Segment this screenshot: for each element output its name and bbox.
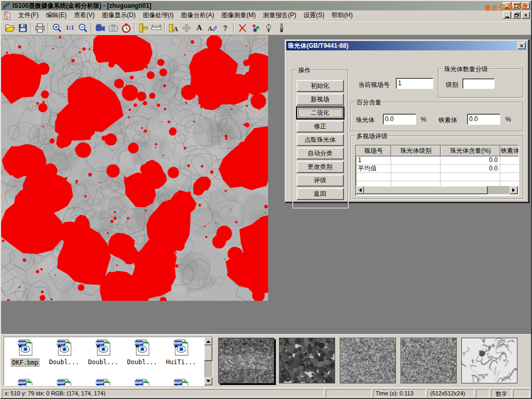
grading-group: 珠光体数量分级 级别 [438,69,523,98]
col-ferrite: 铁素体含量(%) [500,145,519,156]
scroll-left-button[interactable] [356,186,364,194]
file-name: DKF.bmp [11,358,39,367]
open-folder-button[interactable] [3,22,16,34]
table-horizontal-scrollbar[interactable] [356,186,518,194]
ferrite-percent-input[interactable]: 0.0 [467,114,500,125]
menu-measure-report[interactable]: 测量报告(P) [259,10,300,21]
menu-file[interactable]: 文件(F) [15,10,42,21]
annotate-tool-button[interactable]: A [206,22,219,34]
current-field-input[interactable]: 1 [396,78,433,89]
file-item[interactable] [84,378,122,386]
init-button[interactable]: 初始化 [297,80,344,92]
save-button[interactable] [16,22,29,34]
return-button[interactable]: 返回 [297,188,344,200]
measure-text-button[interactable]: A [167,22,180,34]
table-row[interactable]: 1 0.0 [356,156,518,165]
window-close-button[interactable]: × [522,2,530,9]
text-tool-icon: A [196,23,202,32]
capture-camera-button[interactable] [107,22,119,34]
menu-edit[interactable]: 编辑(E) [42,10,70,21]
ruler-small-button[interactable] [150,22,163,34]
thumbnail-3[interactable] [340,338,396,383]
zoom-out-button[interactable] [76,22,89,34]
file-item[interactable] [6,378,44,386]
thumbnail-1[interactable] [218,338,274,383]
file-item[interactable]: DKF.bmp [6,339,44,367]
window-maximize-button[interactable] [512,2,521,9]
video-camera-button[interactable] [94,22,107,34]
menu-settings[interactable]: 设置(S) [300,10,328,21]
child-minimize-button[interactable] [503,11,511,19]
main-window: IS100显微摄像系统(金相分析版) - [zhuguangti01] × 章丘… [0,0,532,399]
save-icon [18,23,28,33]
file-item[interactable]: Doubl... [123,339,161,366]
bmp-file-icon [134,339,151,356]
thumbnail-2[interactable] [279,338,335,383]
move-cross-button[interactable] [180,22,193,34]
zoom-in-button[interactable] [50,22,63,34]
print-button[interactable] [33,22,46,34]
bmp-file-icon [56,378,73,386]
pearlite-percent-input[interactable]: 0.0 [383,114,416,125]
text-tool-button[interactable]: A [193,22,206,34]
menu-view[interactable]: 查看(V) [70,10,98,21]
scrollbar-thumb[interactable] [364,186,488,194]
curve-tool-button[interactable] [236,22,249,34]
operate-group-label: 操作 [297,66,312,75]
dialog-close-icon[interactable]: × [517,42,526,49]
ruler-cross-button[interactable] [137,22,150,34]
new-field-button[interactable]: 新视场 [297,94,344,105]
menu-help[interactable]: 帮助(H) [328,10,356,21]
menu-image-measure[interactable]: 图像测量(M) [218,10,259,21]
toolbar-separator [134,23,135,33]
print-icon [35,23,45,33]
brush-tool-icon [276,23,287,33]
micrograph-image[interactable] [1,35,268,301]
menu-image-process[interactable]: 图像处理(I) [139,10,177,21]
scroll-up-button[interactable] [204,337,212,345]
thumbnail-5[interactable] [461,338,517,383]
ruler-cross-icon [138,23,149,33]
multifield-group-label: 多视场评级 [355,132,389,141]
classify-balls-button[interactable] [249,22,262,34]
file-item[interactable]: Doubl... [84,339,122,366]
binarize-button[interactable]: 二值化 [297,107,344,119]
curve-tool-icon [237,23,248,33]
file-name: Doubl... [49,358,80,366]
zoom-in-icon [52,23,62,33]
file-browser-scrollbar[interactable] [204,337,212,385]
auto-classify-button[interactable]: 自动分类 [297,148,344,159]
image-dimensions-status: (512x512x24) [428,389,474,397]
grade-button[interactable]: 评级 [297,175,344,187]
timer-button[interactable] [119,22,132,34]
menu-image-analysis[interactable]: 图像分析(A) [177,10,218,21]
pick-pearlite-button[interactable]: 点取珠光体 [297,134,344,146]
file-item[interactable] [162,378,200,386]
scrollbar-thumb[interactable] [204,345,212,361]
scroll-down-button[interactable] [204,377,212,385]
file-item[interactable]: HuiTi... [162,339,200,366]
window-minimize-button[interactable] [503,2,511,9]
help-button[interactable]: ? [219,22,232,34]
scroll-right-button[interactable] [510,186,518,194]
svg-text:A: A [174,25,178,33]
file-item[interactable] [45,378,83,386]
file-item[interactable]: Doubl... [45,339,83,366]
thumbnail-4[interactable] [401,338,457,383]
document-icon[interactable] [3,11,11,20]
child-restore-button[interactable] [512,11,521,19]
child-close-button[interactable]: × [522,11,530,19]
brush-tool-button[interactable] [275,22,288,34]
file-item[interactable] [123,378,161,386]
grade-input[interactable] [462,78,495,89]
pen-tool-button[interactable] [262,22,275,34]
table-row[interactable]: 平均值 0.0 [356,165,518,173]
grade-label: 级别 [446,81,458,89]
measure-text-icon: A [168,23,179,33]
multifield-group: 多视场评级 视场号 珠光体级别 珠光体含量(%) 铁素体含量(%) 1 0.0 [350,136,523,199]
change-class-button[interactable]: 更改类别 [297,161,344,173]
file-name: Doubl... [127,358,158,366]
correct-button[interactable]: 修正 [297,121,344,132]
actual-size-button[interactable]: 1:1 [63,22,76,34]
menu-image-display[interactable]: 图像显示(D) [98,10,139,21]
